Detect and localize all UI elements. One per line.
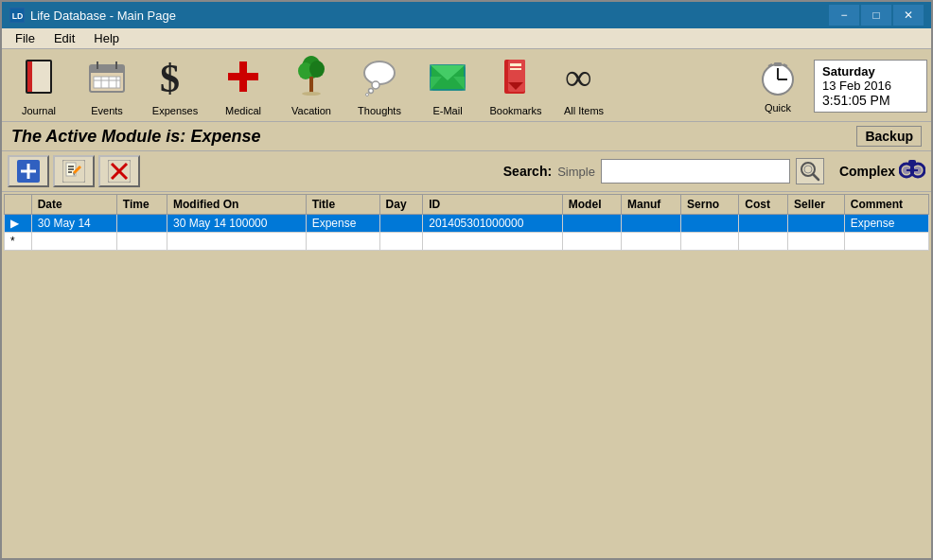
active-module-name: Expense <box>190 127 260 146</box>
search-go-button[interactable] <box>796 158 824 184</box>
svg-rect-17 <box>228 73 258 80</box>
col-id: ID <box>423 195 563 215</box>
bookmarks-label: Bookmarks <box>489 105 541 116</box>
toolbar-item-expenses[interactable]: $ Expenses <box>142 53 208 119</box>
cell-1-6 <box>423 233 563 251</box>
menu-item-edit[interactable]: Edit <box>44 29 84 47</box>
quick-label: Quick <box>765 102 791 114</box>
svg-rect-6 <box>90 65 124 73</box>
cell-1-12 <box>844 233 928 251</box>
cell-0-11 <box>788 215 845 233</box>
cell-1-10 <box>739 233 788 251</box>
title-bar: LD Life Database - Main Page − □ ✕ <box>2 2 931 28</box>
active-module-bar: The Active Module is: Expense Backup <box>2 122 931 151</box>
toolbar-item-journal[interactable]: Journal <box>6 53 72 119</box>
add-button[interactable] <box>8 155 49 187</box>
menu-item-file[interactable]: File <box>6 29 44 47</box>
cell-0-3: 30 May 14 100000 <box>167 215 307 233</box>
svg-rect-41 <box>774 62 782 66</box>
maximize-button[interactable]: □ <box>861 5 891 26</box>
svg-line-58 <box>813 174 819 180</box>
cell-1-4 <box>306 233 379 251</box>
col-date: Date <box>31 195 116 215</box>
email-label: E-Mail <box>432 105 462 116</box>
delete-button[interactable] <box>98 155 140 187</box>
cell-0-4: Expense <box>306 215 379 233</box>
cell-1-2 <box>116 233 167 251</box>
cell-1-5 <box>379 233 423 251</box>
window-title: Life Database - Main Page <box>30 9 829 23</box>
svg-point-23 <box>364 61 395 84</box>
medical-icon <box>222 56 264 103</box>
action-toolbar: Search: Simple Complex <box>2 151 931 192</box>
cell-1-3 <box>167 233 307 251</box>
cell-1-7 <box>562 233 621 251</box>
cell-1-11 <box>788 233 845 251</box>
search-input[interactable] <box>601 159 790 184</box>
minimize-button[interactable]: − <box>829 5 859 26</box>
cell-1-9 <box>681 233 739 251</box>
active-module-prefix: The Active Module is: <box>11 127 185 146</box>
journal-label: Journal <box>22 105 56 116</box>
complex-area[interactable]: Complex <box>839 158 925 184</box>
svg-point-59 <box>804 166 812 173</box>
table-row[interactable]: ▶30 May 1430 May 14 100000Expense2014053… <box>5 215 929 233</box>
svg-rect-64 <box>908 160 916 166</box>
clock-icon <box>759 59 797 102</box>
col- <box>5 195 32 215</box>
thoughts-label: Thoughts <box>358 105 401 116</box>
table-row[interactable]: * <box>5 233 929 251</box>
toolbar-item-thoughts[interactable]: Thoughts <box>346 53 413 119</box>
svg-text:∞: ∞ <box>565 56 592 97</box>
col-comment: Comment <box>844 195 928 215</box>
close-button[interactable]: ✕ <box>893 5 924 26</box>
col-cost: Cost <box>739 195 788 215</box>
col-day: Day <box>379 195 423 215</box>
toolbar-item-vacation[interactable]: Vacation <box>278 53 344 119</box>
data-table: DateTimeModified OnTitleDayIDModelManufS… <box>4 194 929 251</box>
window-controls: − □ ✕ <box>829 5 924 26</box>
toolbar-item-bookmarks[interactable]: Bookmarks <box>483 53 549 119</box>
cell-1-8 <box>621 233 680 251</box>
search-simple-label: Simple <box>557 165 595 179</box>
svg-text:LD: LD <box>12 11 24 21</box>
active-module-text: The Active Module is: Expense <box>11 127 856 147</box>
table-container: DateTimeModified OnTitleDayIDModelManufS… <box>2 192 931 558</box>
svg-text:$: $ <box>160 57 180 97</box>
col-time: Time <box>116 195 167 215</box>
svg-rect-36 <box>510 68 521 70</box>
edit-button[interactable] <box>53 155 95 187</box>
svg-point-24 <box>372 81 379 89</box>
backup-button[interactable]: Backup <box>856 126 922 147</box>
svg-point-25 <box>369 89 374 94</box>
svg-rect-21 <box>309 77 313 94</box>
svg-rect-35 <box>510 63 521 66</box>
journal-icon <box>18 56 60 103</box>
cell-0-10 <box>739 215 788 233</box>
col-serno: Serno <box>681 195 739 215</box>
search-area: Search: Simple Complex <box>503 158 925 184</box>
binoculars-icon <box>899 158 925 184</box>
toolbar-item-events[interactable]: Events <box>74 53 140 119</box>
cell-0-6: 201405301000000 <box>423 215 563 233</box>
cell-0-2 <box>116 215 167 233</box>
thoughts-icon <box>359 56 400 103</box>
clock-area: Quick Saturday 13 Feb 2016 3:51:05 PM <box>749 53 927 119</box>
cell-0-0: ▶ <box>5 215 32 233</box>
svg-point-26 <box>366 94 369 96</box>
menu-item-help[interactable]: Help <box>84 29 129 47</box>
quick-button[interactable]: Quick <box>749 59 806 114</box>
date-time: 3:51:05 PM <box>822 93 919 108</box>
events-icon <box>86 56 128 103</box>
toolbar-item-allitems[interactable]: ∞ All Items <box>551 53 617 119</box>
toolbar-item-email[interactable]: E-Mail <box>414 53 481 119</box>
col-seller: Seller <box>788 195 845 215</box>
vacation-icon <box>290 56 332 103</box>
toolbar-item-medical[interactable]: Medical <box>210 53 276 119</box>
table-header-row: DateTimeModified OnTitleDayIDModelManufS… <box>5 195 929 215</box>
cell-0-1: 30 May 14 <box>31 215 116 233</box>
cell-0-5 <box>379 215 423 233</box>
email-icon <box>427 56 468 103</box>
table-header: DateTimeModified OnTitleDayIDModelManufS… <box>5 195 929 215</box>
col-title: Title <box>306 195 379 215</box>
